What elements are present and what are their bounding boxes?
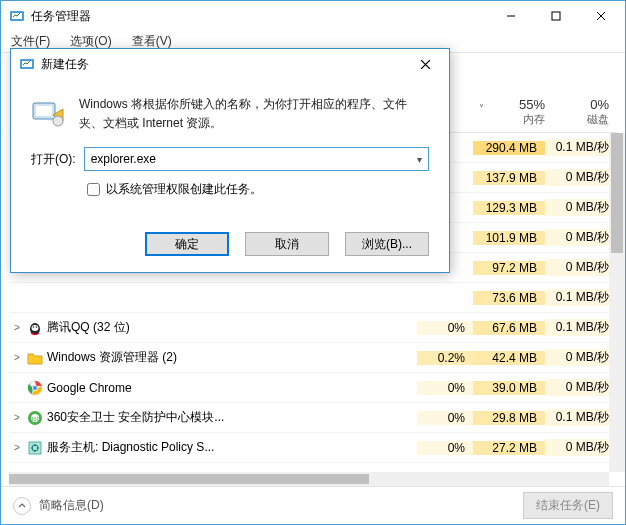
process-icon: 360 <box>25 410 45 426</box>
dialog-title-bar: 新建任务 <box>11 49 449 79</box>
admin-label: 以系统管理权限创建此任务。 <box>106 181 262 198</box>
dialog-close-button[interactable] <box>409 52 441 76</box>
cpu-cell: 0% <box>417 381 473 395</box>
minimize-button[interactable] <box>488 2 533 31</box>
process-icon <box>25 440 45 456</box>
scroll-thumb-h[interactable] <box>9 474 369 484</box>
dialog-body: Windows 将根据你所键入的名称，为你打开相应的程序、文件夹、文档或 Int… <box>11 79 449 222</box>
cpu-cell: 0.2% <box>417 351 473 365</box>
taskmgr-icon <box>19 56 35 72</box>
horizontal-scrollbar[interactable] <box>9 472 609 486</box>
process-name: Windows 资源管理器 (2) <box>45 349 417 366</box>
memory-cell: 73.6 MB <box>473 291 545 305</box>
svg-rect-13 <box>29 442 41 454</box>
disk-cell: 0.1 MB/秒 <box>545 409 617 426</box>
mem-label: 内存 <box>523 112 545 127</box>
vertical-scrollbar[interactable] <box>609 133 625 472</box>
scroll-thumb-v[interactable] <box>611 133 623 253</box>
sort-indicator-icon: ˅ <box>479 103 484 114</box>
col-memory[interactable]: ˅ 55% 内存 <box>489 91 553 132</box>
admin-checkbox[interactable] <box>87 183 100 196</box>
chevron-up-icon <box>13 497 31 515</box>
cancel-button[interactable]: 取消 <box>245 232 329 256</box>
open-input[interactable] <box>85 148 410 170</box>
disk-cell: 0 MB/秒 <box>545 349 617 366</box>
memory-cell: 67.6 MB <box>473 321 545 335</box>
disk-cell: 0 MB/秒 <box>545 199 617 216</box>
expand-toggle[interactable]: > <box>9 352 25 363</box>
process-icon <box>25 320 45 336</box>
footer: 简略信息(D) 结束任务(E) <box>1 486 625 524</box>
disk-cell: 0.1 MB/秒 <box>545 289 617 306</box>
chevron-down-icon[interactable]: ▾ <box>410 154 428 165</box>
expand-toggle[interactable]: > <box>9 322 25 333</box>
browse-button[interactable]: 浏览(B)... <box>345 232 429 256</box>
memory-cell: 39.0 MB <box>473 381 545 395</box>
process-row[interactable]: Google Chrome0%39.0 MB0 MB/秒 <box>9 373 617 403</box>
expand-toggle[interactable]: > <box>9 412 25 423</box>
brief-info-toggle[interactable]: 简略信息(D) <box>13 497 104 515</box>
memory-cell: 27.2 MB <box>473 441 545 455</box>
disk-cell: 0.1 MB/秒 <box>545 139 617 156</box>
end-task-button[interactable]: 结束任务(E) <box>523 492 613 519</box>
memory-cell: 290.4 MB <box>473 141 545 155</box>
process-name: 360安全卫士 安全防护中心模块... <box>45 409 417 426</box>
taskmgr-icon <box>9 8 25 24</box>
dialog-description: Windows 将根据你所键入的名称，为你打开相应的程序、文件夹、文档或 Int… <box>79 95 429 133</box>
process-name: 腾讯QQ (32 位) <box>45 319 417 336</box>
cpu-cell: 0% <box>417 441 473 455</box>
process-icon <box>25 350 45 366</box>
memory-cell: 42.4 MB <box>473 351 545 365</box>
dialog-buttons: 确定 取消 浏览(B)... <box>11 222 449 272</box>
svg-point-5 <box>33 326 35 328</box>
svg-point-6 <box>36 326 38 328</box>
memory-cell: 101.9 MB <box>473 231 545 245</box>
svg-point-19 <box>53 116 63 126</box>
memory-cell: 137.9 MB <box>473 171 545 185</box>
memory-cell: 97.2 MB <box>473 261 545 275</box>
new-task-dialog: 新建任务 Windows 将根据你所键入的名称，为你打开相应的程序、文件夹、文档… <box>10 48 450 273</box>
ok-button[interactable]: 确定 <box>145 232 229 256</box>
memory-cell: 29.8 MB <box>473 411 545 425</box>
cpu-cell: 0% <box>417 411 473 425</box>
process-row[interactable]: 73.6 MB0.1 MB/秒 <box>9 283 617 313</box>
run-icon <box>31 95 67 131</box>
mem-pct: 55% <box>519 97 545 112</box>
disk-cell: 0 MB/秒 <box>545 229 617 246</box>
cpu-cell: 0% <box>417 321 473 335</box>
maximize-button[interactable] <box>533 2 578 31</box>
disk-cell: 0.1 MB/秒 <box>545 319 617 336</box>
svg-rect-2 <box>552 12 560 20</box>
open-label: 打开(O): <box>31 151 76 168</box>
process-row[interactable]: >腾讯QQ (32 位)0%67.6 MB0.1 MB/秒 <box>9 313 617 343</box>
svg-rect-18 <box>36 106 52 116</box>
window-title: 任务管理器 <box>31 8 488 25</box>
close-button[interactable] <box>578 2 623 31</box>
disk-cell: 0 MB/秒 <box>545 379 617 396</box>
disk-cell: 0 MB/秒 <box>545 439 617 456</box>
disk-label: 磁盘 <box>587 112 609 127</box>
svg-point-4 <box>32 325 39 331</box>
memory-cell: 129.3 MB <box>473 201 545 215</box>
process-name: Google Chrome <box>45 381 417 395</box>
dialog-title: 新建任务 <box>41 56 409 73</box>
process-icon <box>25 380 45 396</box>
disk-cell: 0 MB/秒 <box>545 259 617 276</box>
expand-toggle[interactable]: > <box>9 442 25 453</box>
disk-cell: 0 MB/秒 <box>545 169 617 186</box>
brief-info-label: 简略信息(D) <box>39 497 104 514</box>
process-name: 服务主机: Diagnostic Policy S... <box>45 439 417 456</box>
process-row[interactable]: >Windows 资源管理器 (2)0.2%42.4 MB0 MB/秒 <box>9 343 617 373</box>
col-disk[interactable]: 0% 磁盘 <box>553 91 617 132</box>
window-controls <box>488 2 623 31</box>
svg-point-9 <box>33 385 38 390</box>
process-row[interactable]: >服务主机: Diagnostic Policy S...0%27.2 MB0 … <box>9 433 617 463</box>
svg-text:360: 360 <box>30 416 41 422</box>
open-combobox[interactable]: ▾ <box>84 147 429 171</box>
process-row[interactable]: >360360安全卫士 安全防护中心模块...0%29.8 MB0.1 MB/秒 <box>9 403 617 433</box>
title-bar: 任务管理器 <box>1 1 625 31</box>
disk-pct: 0% <box>590 97 609 112</box>
